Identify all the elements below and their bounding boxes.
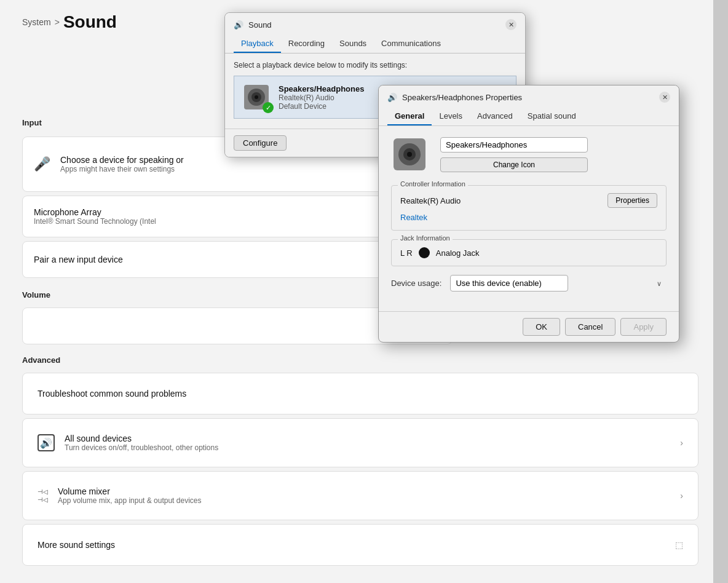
props-title-area: 🔊 Speakers/Headphones Properties — [387, 93, 522, 102]
default-device-badge: ✓ — [263, 102, 274, 113]
sound-tab-playback[interactable]: Playback — [234, 35, 281, 53]
sound-device-sub2: Default Device — [279, 102, 364, 111]
props-tab-general[interactable]: General — [387, 108, 432, 125]
props-dialog-title: Speakers/Headphones Properties — [402, 93, 522, 102]
breadcrumb: System > Sound — [22, 12, 117, 32]
all-sound-chevron-icon: › — [680, 438, 683, 448]
jack-type-label: Analog Jack — [436, 248, 480, 258]
props-ok-button[interactable]: OK — [523, 318, 560, 336]
sound-dialog-titlebar: 🔊 Sound ✕ — [225, 13, 525, 35]
vol-mixer-chevron-icon: › — [680, 491, 683, 501]
props-cancel-button[interactable]: Cancel — [565, 318, 615, 336]
controller-name: Realtek(R) Audio — [400, 196, 461, 205]
more-sound-settings-card[interactable]: More sound settings ⬚ — [22, 524, 698, 566]
device-usage-select-wrapper: Use this device (enable) Don't use this … — [450, 275, 667, 292]
sound-tab-communications[interactable]: Communications — [374, 35, 448, 53]
props-speaker-icon — [391, 136, 428, 173]
controller-section-label: Controller Information — [398, 180, 468, 188]
choose-device-subtitle: Apps might have their own settings — [60, 165, 184, 173]
more-sound-label: More sound settings — [38, 540, 115, 550]
all-sound-devices-card[interactable]: 🔊 All sound devices Turn devices on/off,… — [22, 418, 698, 467]
realtek-link[interactable]: Realtek — [400, 213, 427, 222]
jack-row: L R Analog Jack — [400, 247, 657, 258]
controller-info-section: Controller Information Realtek(R) Audio … — [391, 185, 667, 231]
configure-button[interactable]: Configure — [234, 135, 287, 151]
choose-device-title: Choose a device for speaking or — [60, 155, 184, 165]
jack-info-section: Jack Information L R Analog Jack — [391, 239, 667, 266]
svg-point-3 — [255, 95, 258, 99]
advanced-section-label: Advanced — [22, 355, 60, 365]
microphone-icon: 🎤 — [34, 156, 50, 172]
jack-section-label: Jack Information — [398, 234, 453, 242]
sound-dialog-select-text: Select a playback device below to modify… — [234, 61, 516, 69]
external-link-icon: ⬚ — [675, 540, 683, 550]
device-usage-row: Device usage: Use this device (enable) D… — [391, 275, 667, 292]
props-tab-advanced[interactable]: Advanced — [470, 108, 520, 125]
props-apply-button[interactable]: Apply — [620, 318, 667, 336]
sound-dialog-title: Sound — [248, 20, 272, 30]
controller-row: Realtek(R) Audio Properties — [400, 193, 657, 208]
vol-mixer-text: Volume mixer App volume mix, app input &… — [58, 486, 201, 505]
choose-device-text: Choose a device for speaking or Apps mig… — [60, 155, 184, 173]
sound-dialog-icon: 🔊 — [234, 20, 243, 30]
pair-new-label: Pair a new input device — [34, 255, 123, 264]
all-sound-subtitle: Turn devices on/off, troubleshoot, other… — [65, 443, 218, 452]
props-dialog-footer: OK Cancel Apply — [379, 311, 679, 342]
sound-device-sub1: Realtek(R) Audio — [279, 93, 364, 102]
props-dialog-icon: 🔊 — [387, 93, 397, 102]
sound-device-icon: 🔊 — [38, 434, 55, 451]
volume-section-label: Volume — [22, 290, 50, 299]
volume-mixer-icon: ⊣◁ ⊣◁ — [38, 488, 48, 503]
props-name-area: Change Icon — [440, 137, 588, 172]
troubleshoot-label: Troubleshoot common sound problems — [38, 389, 186, 399]
props-dialog-close-button[interactable]: ✕ — [659, 92, 670, 103]
props-dialog-titlebar: 🔊 Speakers/Headphones Properties ✕ — [379, 85, 679, 108]
breadcrumb-system: System — [22, 17, 51, 27]
mic-array-text: Microphone Array Intel® Smart Sound Tech… — [34, 207, 156, 226]
page-title-area: System > Sound — [22, 12, 117, 32]
controller-properties-button[interactable]: Properties — [607, 193, 657, 208]
device-usage-label: Device usage: — [391, 279, 441, 288]
device-name-input[interactable] — [440, 137, 588, 153]
props-dialog-tabs: General Levels Advanced Spatial sound — [379, 108, 679, 126]
vol-mixer-subtitle: App volume mix, app input & output devic… — [58, 496, 201, 505]
all-sound-title: All sound devices — [65, 434, 218, 443]
sound-tab-sounds[interactable]: Sounds — [332, 35, 374, 53]
jack-lr-label: L R — [400, 248, 413, 258]
scrollbar[interactable] — [713, 0, 728, 583]
jack-dot-icon — [419, 247, 430, 258]
props-tab-levels[interactable]: Levels — [432, 108, 470, 125]
sound-device-name: Speakers/Headphones — [279, 84, 364, 93]
svg-point-7 — [407, 152, 412, 157]
volume-mixer-card[interactable]: ⊣◁ ⊣◁ Volume mixer App volume mix, app i… — [22, 471, 698, 520]
props-tab-spatial-sound[interactable]: Spatial sound — [520, 108, 584, 125]
change-icon-button[interactable]: Change Icon — [440, 157, 588, 172]
all-sound-text: All sound devices Turn devices on/off, t… — [65, 434, 218, 452]
props-dialog-body: Change Icon Controller Information Realt… — [379, 126, 679, 311]
mic-array-title: Microphone Array — [34, 207, 156, 217]
breadcrumb-chevron: > — [55, 17, 60, 27]
mic-array-subtitle: Intel® Smart Sound Technology (Intel — [34, 217, 156, 226]
breadcrumb-sound: Sound — [63, 12, 117, 32]
props-top-row: Change Icon — [391, 136, 667, 173]
sound-dialog-close-button[interactable]: ✕ — [505, 19, 516, 30]
sound-tab-recording[interactable]: Recording — [281, 35, 332, 53]
sound-device-icon-wrap: ✓ — [242, 82, 271, 112]
device-usage-select[interactable]: Use this device (enable) Don't use this … — [450, 275, 568, 292]
sound-dialog-title-area: 🔊 Sound — [234, 20, 272, 30]
sound-dialog-tabs: Playback Recording Sounds Communications — [225, 35, 525, 54]
properties-dialog: 🔊 Speakers/Headphones Properties ✕ Gener… — [378, 85, 679, 343]
input-section-label: Input — [22, 118, 42, 127]
sound-device-info: Speakers/Headphones Realtek(R) Audio Def… — [279, 84, 364, 111]
troubleshoot-card[interactable]: Troubleshoot common sound problems — [22, 373, 698, 414]
vol-mixer-title: Volume mixer — [58, 486, 201, 496]
